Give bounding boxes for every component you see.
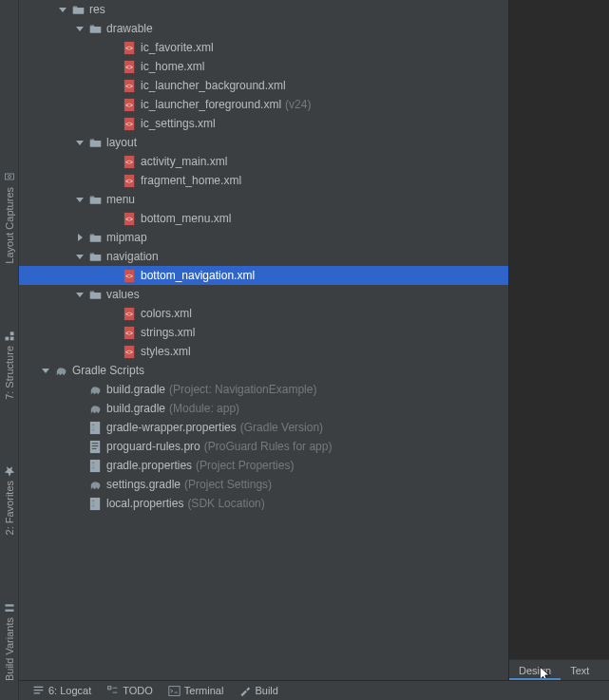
hammer-icon: [238, 685, 251, 697]
svg-text:<>: <>: [125, 159, 133, 165]
tree-row[interactable]: proguard-rules.pro(ProGuard Rules for ap…: [19, 437, 508, 456]
chevron-down-icon[interactable]: [40, 365, 51, 376]
tree-row[interactable]: <>styles.xml: [19, 342, 508, 361]
tree-row[interactable]: <>colors.xml: [19, 304, 508, 323]
tree-row[interactable]: mipmap: [19, 228, 508, 247]
svg-rect-47: [89, 440, 99, 452]
tree-label: layout: [106, 136, 137, 149]
project-tree[interactable]: resdrawable<>ic_favorite.xml<>ic_home.xm…: [19, 0, 509, 680]
tree-row[interactable]: gradle-wrapper.properties(Gradle Version…: [19, 418, 508, 437]
tree-label: gradle-wrapper.properties: [106, 421, 237, 434]
arrow-placeholder: [108, 270, 120, 281]
tree-label: build.gradle: [106, 402, 165, 415]
tree-label: menu: [106, 193, 135, 206]
bottom-tool-bar: 6: Logcat TODO Terminal Build: [19, 680, 609, 700]
tree-hint: (ProGuard Rules for app): [204, 440, 333, 453]
arrow-placeholder: [108, 175, 120, 186]
tree-row[interactable]: values: [19, 285, 508, 304]
tree-row[interactable]: settings.gradle(Project Settings): [19, 475, 508, 494]
tree-row[interactable]: navigation: [19, 247, 508, 266]
chevron-down-icon[interactable]: [74, 289, 86, 300]
bottom-tab-logcat[interactable]: 6: Logcat: [32, 685, 91, 697]
tree-row[interactable]: <>ic_settings.xml: [19, 114, 508, 133]
svg-rect-48: [89, 459, 99, 471]
left-tool-strip: Layout Captures 7: Structure 2: Favorite…: [0, 0, 19, 700]
tree-row[interactable]: layout: [19, 133, 508, 152]
svg-rect-46: [91, 429, 94, 430]
tree-label: ic_launcher_background.xml: [141, 79, 286, 92]
svg-rect-49: [91, 462, 94, 463]
folder-icon: [87, 287, 103, 302]
svg-point-1: [8, 176, 10, 179]
tab-design[interactable]: Design: [509, 660, 561, 680]
svg-rect-54: [91, 502, 94, 503]
tab-text[interactable]: Text: [561, 660, 599, 680]
tree-row[interactable]: drawable: [19, 19, 508, 38]
sidebar-tab-layout-captures[interactable]: Layout Captures: [4, 172, 15, 264]
folder-icon: [87, 135, 103, 150]
tree-row[interactable]: <>fragment_home.xml: [19, 171, 508, 190]
tree-row[interactable]: build.gradle(Project: NavigationExample): [19, 380, 508, 399]
tree-row[interactable]: <>bottom_menu.xml: [19, 209, 508, 228]
chevron-down-icon[interactable]: [57, 4, 68, 15]
tree-row[interactable]: <>ic_launcher_foreground.xml(v24): [19, 95, 508, 114]
sidebar-tab-favorites[interactable]: 2: Favorites: [4, 465, 15, 535]
tree-row[interactable]: build.gradle(Module: app): [19, 399, 508, 418]
arrow-placeholder: [108, 308, 120, 319]
tree-label: activity_main.xml: [141, 155, 227, 168]
sidebar-tab-structure[interactable]: 7: Structure: [4, 331, 15, 400]
tree-label: bottom_menu.xml: [141, 212, 231, 225]
sidebar-tab-build-variants[interactable]: Build Variants: [4, 602, 15, 681]
xml-icon: <>: [122, 268, 137, 283]
tree-row[interactable]: <>strings.xml: [19, 323, 508, 342]
tree-row[interactable]: menu: [19, 190, 508, 209]
arrow-placeholder: [74, 479, 86, 490]
svg-text:<>: <>: [125, 216, 133, 222]
svg-rect-5: [5, 609, 13, 611]
props-icon: [87, 458, 103, 473]
folder-icon: [87, 192, 103, 207]
chevron-down-icon[interactable]: [74, 23, 86, 34]
tree-row[interactable]: <>ic_favorite.xml: [19, 38, 508, 57]
bottom-tab-build[interactable]: Build: [238, 685, 277, 697]
tree-row[interactable]: res: [19, 0, 508, 19]
bottom-tab-terminal[interactable]: Terminal: [168, 685, 224, 697]
arrow-placeholder: [108, 80, 120, 91]
svg-rect-6: [5, 604, 13, 606]
tree-label: drawable: [106, 22, 153, 35]
svg-text:<>: <>: [125, 349, 133, 355]
tree-hint: (v24): [285, 98, 311, 111]
bottom-tab-todo[interactable]: TODO: [106, 685, 153, 697]
arrow-placeholder: [108, 118, 120, 129]
tree-row[interactable]: <>ic_launcher_background.xml: [19, 76, 508, 95]
chevron-down-icon[interactable]: [74, 194, 86, 205]
chevron-right-icon[interactable]: [74, 232, 86, 243]
tree-label: ic_favorite.xml: [141, 41, 214, 54]
terminal-icon: [168, 685, 181, 697]
svg-text:<>: <>: [125, 64, 133, 70]
svg-text:<>: <>: [125, 83, 133, 89]
props-icon: [87, 496, 103, 511]
tree-row[interactable]: <>bottom_navigation.xml: [19, 266, 508, 285]
svg-rect-51: [91, 467, 94, 468]
tree-label: values: [106, 288, 140, 301]
chevron-down-icon[interactable]: [74, 251, 86, 262]
tree-row[interactable]: gradle.properties(Project Properties): [19, 456, 508, 475]
tree-row[interactable]: local.properties(SDK Location): [19, 494, 508, 513]
arrow-placeholder: [74, 441, 86, 452]
xml-icon: <>: [122, 344, 137, 359]
tree-label: ic_settings.xml: [141, 117, 216, 130]
tree-row[interactable]: Gradle Scripts: [19, 361, 508, 380]
tree-row[interactable]: <>ic_home.xml: [19, 57, 508, 76]
tree-hint: (Project Properties): [196, 459, 294, 472]
tree-label: ic_launcher_foreground.xml: [141, 98, 281, 111]
chevron-down-icon[interactable]: [74, 137, 86, 148]
tree-label: local.properties: [106, 497, 183, 510]
arrow-placeholder: [108, 346, 120, 357]
todo-icon: [106, 685, 119, 697]
tree-row[interactable]: <>activity_main.xml: [19, 152, 508, 171]
arrow-placeholder: [74, 403, 86, 414]
arrow-placeholder: [74, 422, 86, 433]
folder-icon: [87, 249, 103, 264]
xml-icon: <>: [122, 40, 137, 55]
